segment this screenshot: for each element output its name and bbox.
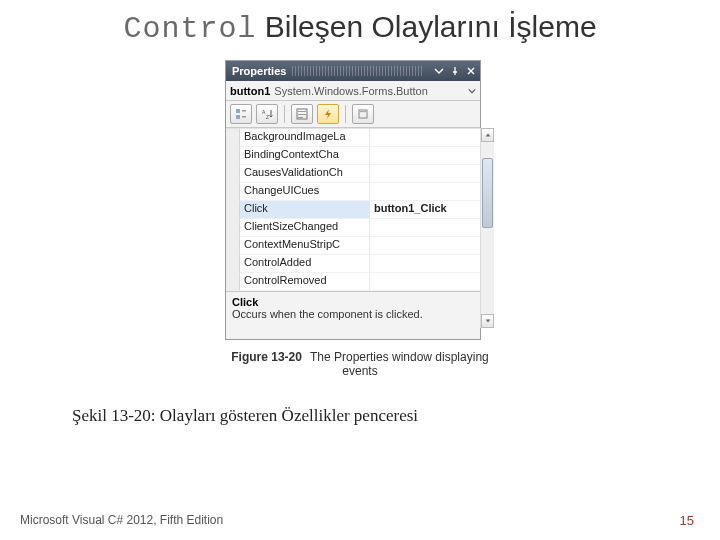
row-gutter: [226, 219, 240, 237]
property-name: ClientSizeChanged: [240, 219, 370, 237]
scroll-up-button[interactable]: [481, 128, 494, 142]
figure-caption: Figure 13-20The Properties window displa…: [225, 350, 495, 378]
properties-toolbar: AZ: [226, 101, 480, 128]
property-name: BackgroundImageLa: [240, 129, 370, 147]
events-button[interactable]: [317, 104, 339, 124]
svg-rect-11: [360, 111, 366, 112]
slide-title: Control Bileşen Olaylarını İşleme: [0, 0, 720, 52]
properties-window: Properties button1 System.Windows.Forms.…: [225, 60, 481, 340]
toolbar-separator: [284, 105, 285, 123]
property-value[interactable]: [370, 237, 480, 255]
chevron-down-icon[interactable]: [468, 85, 476, 97]
object-selector[interactable]: button1 System.Windows.Forms.Button: [226, 81, 480, 101]
row-gutter: [226, 147, 240, 165]
description-pane: Click Occurs when the component is click…: [226, 291, 480, 339]
property-row[interactable]: ClientSizeChanged: [226, 219, 480, 237]
object-type: System.Windows.Forms.Button: [274, 85, 466, 97]
pin-icon[interactable]: [448, 64, 462, 78]
slide-number: 15: [680, 513, 694, 528]
property-value[interactable]: [370, 273, 480, 291]
row-gutter: [226, 165, 240, 183]
svg-rect-9: [298, 117, 303, 118]
svg-rect-2: [242, 110, 246, 112]
property-name: ChangeUICues: [240, 183, 370, 201]
title-rest: Bileşen Olaylarını İşleme: [256, 10, 596, 43]
properties-titlebar[interactable]: Properties: [226, 61, 480, 81]
property-value[interactable]: button1_Click: [370, 201, 480, 219]
row-gutter: [226, 237, 240, 255]
property-name: CausesValidationCh: [240, 165, 370, 183]
title-code: Control: [123, 12, 256, 46]
property-name: Click: [240, 201, 370, 219]
svg-rect-1: [236, 115, 240, 119]
description-text: Occurs when the component is clicked.: [232, 308, 474, 320]
properties-grid[interactable]: BackgroundImageLaBindingContextChaCauses…: [226, 128, 480, 291]
svg-rect-0: [236, 109, 240, 113]
properties-window-wrap: Properties button1 System.Windows.Forms.…: [225, 60, 495, 340]
footer-left: Microsoft Visual C# 2012, Fifth Edition: [20, 513, 223, 528]
scroll-thumb[interactable]: [482, 158, 493, 228]
categorized-button[interactable]: [230, 104, 252, 124]
property-pages-button[interactable]: [352, 104, 374, 124]
property-value[interactable]: [370, 219, 480, 237]
figure-number: Figure 13-20: [231, 350, 302, 364]
toolbar-separator-2: [345, 105, 346, 123]
property-name: ControlAdded: [240, 255, 370, 273]
row-gutter: [226, 129, 240, 147]
property-name: ControlRemoved: [240, 273, 370, 291]
figure-wrap: Properties button1 System.Windows.Forms.…: [225, 60, 495, 378]
property-row[interactable]: Clickbutton1_Click: [226, 201, 480, 219]
property-value[interactable]: [370, 165, 480, 183]
properties-title: Properties: [232, 65, 286, 77]
property-value[interactable]: [370, 129, 480, 147]
row-gutter: [226, 273, 240, 291]
description-title: Click: [232, 296, 474, 308]
property-row[interactable]: ChangeUICues: [226, 183, 480, 201]
property-name: BindingContextCha: [240, 147, 370, 165]
property-value[interactable]: [370, 183, 480, 201]
property-value[interactable]: [370, 147, 480, 165]
alphabetical-button[interactable]: AZ: [256, 104, 278, 124]
figure-text: The Properties window displaying events: [310, 350, 489, 378]
property-row[interactable]: ControlRemoved: [226, 273, 480, 291]
row-gutter: [226, 201, 240, 219]
sekil-caption: Şekil 13-20: Olayları gösteren Özellikle…: [72, 406, 720, 426]
property-value[interactable]: [370, 255, 480, 273]
close-icon[interactable]: [464, 64, 478, 78]
svg-rect-8: [298, 114, 306, 115]
property-row[interactable]: CausesValidationCh: [226, 165, 480, 183]
titlebar-grip: [292, 66, 424, 76]
scroll-down-button[interactable]: [481, 314, 494, 328]
object-name: button1: [230, 85, 270, 97]
scrollbar[interactable]: [480, 128, 494, 328]
property-row[interactable]: BindingContextCha: [226, 147, 480, 165]
svg-rect-7: [298, 111, 306, 112]
properties-button[interactable]: [291, 104, 313, 124]
svg-text:Z: Z: [266, 114, 269, 120]
property-row[interactable]: BackgroundImageLa: [226, 129, 480, 147]
dropdown-icon[interactable]: [432, 64, 446, 78]
row-gutter: [226, 255, 240, 273]
property-row[interactable]: ContextMenuStripC: [226, 237, 480, 255]
slide-footer: Microsoft Visual C# 2012, Fifth Edition …: [0, 513, 720, 528]
row-gutter: [226, 183, 240, 201]
property-row[interactable]: ControlAdded: [226, 255, 480, 273]
property-name: ContextMenuStripC: [240, 237, 370, 255]
svg-rect-3: [242, 116, 246, 118]
